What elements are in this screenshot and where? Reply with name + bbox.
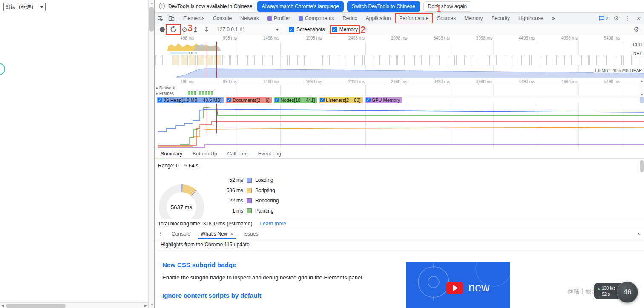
drawer-tab-what-s-new[interactable]: What's New×	[196, 228, 239, 239]
scrollbar-thumb[interactable]	[6, 304, 66, 308]
match-language-button[interactable]: Always match Chrome's language	[257, 1, 344, 12]
tab-lighthouse[interactable]: Lighthouse	[514, 13, 548, 24]
network-activity-segment	[170, 52, 190, 54]
checkbox-checked-icon[interactable]: ✓	[275, 98, 279, 102]
tab-performance[interactable]: Performance	[395, 13, 433, 24]
more-tabs-button[interactable]: »	[548, 13, 559, 24]
timeline-marker-line	[216, 104, 217, 133]
page-mode-select[interactable]: 默认（框选）	[3, 3, 46, 11]
scroll-up-icon[interactable]: ▲	[641, 79, 644, 82]
scroll-left-icon[interactable]: ◀	[1, 303, 4, 308]
screenshot-filmstrip	[155, 55, 644, 66]
drawer-tab-issues[interactable]: Issues	[239, 228, 264, 239]
chevron-down-icon	[276, 29, 279, 31]
capture-settings-gear-icon[interactable]: ⚙	[631, 25, 641, 34]
screenshot-frame	[322, 55, 330, 65]
tab-console[interactable]: Console	[209, 13, 236, 24]
screenshot-frame	[448, 55, 455, 65]
category-swatch	[247, 198, 252, 203]
checkbox-checked-icon[interactable]: ✓	[366, 98, 371, 102]
page-horizontal-scrollbar[interactable]: ◀ ▶	[0, 302, 148, 308]
drawer-tab-console[interactable]: Console	[167, 228, 196, 239]
screenshot-frame	[222, 55, 230, 65]
timeline-ruler-top[interactable]: 498 ms998 ms1498 ms1998 ms2498 ms2998 ms…	[155, 35, 644, 42]
inspect-icon[interactable]	[155, 13, 166, 24]
page-vertical-scrollbar[interactable]: ▲ ▼	[148, 0, 154, 308]
tab-profiler[interactable]: Profiler	[263, 13, 294, 24]
scroll-up-icon[interactable]: ▲	[150, 0, 154, 6]
timeline-ruler-main[interactable]: 498 ms998 ms1498 ms1998 ms2498 ms2998 ms…	[155, 78, 644, 85]
youtube-play-icon[interactable]	[446, 282, 463, 294]
memory-counter-js-heap: ✓JS Heap[1.8 MB – 40.5 MB]	[157, 97, 224, 103]
detail-tab-bottom-up[interactable]: Bottom-Up	[187, 149, 222, 158]
checkbox-checked-icon[interactable]: ✓	[320, 98, 325, 102]
load-profile-button[interactable]: ↥	[190, 25, 201, 34]
tab-network[interactable]: Network	[236, 13, 263, 24]
scroll-down-icon[interactable]: ▼	[641, 93, 644, 96]
summary-time: 1 ms	[218, 208, 243, 214]
tracks-section: ▸ Network ▸ Frames	[155, 85, 644, 96]
memory-series-gpu-memory	[158, 144, 644, 147]
category-swatch	[247, 208, 252, 213]
scroll-down-icon[interactable]: ▼	[150, 302, 154, 308]
drawer-tabbar: ⋮ ConsoleWhat's New×Issues ×	[155, 228, 644, 239]
screenshot-frame	[189, 55, 196, 65]
detail-tab-summary[interactable]: Summary	[155, 149, 187, 158]
detail-tab-event-log[interactable]: Event Log	[253, 149, 286, 158]
article-title-link[interactable]: Ignore content scripts by default	[162, 292, 401, 299]
dont-show-again-button[interactable]: Don't show again	[423, 1, 472, 12]
reload-and-record-button[interactable]	[168, 25, 178, 34]
screenshot-frame	[381, 55, 388, 65]
target-select-value: 127.0.0.1 #1	[217, 26, 276, 32]
checkbox-checked-icon[interactable]: ✓	[227, 98, 231, 102]
tab-application[interactable]: Application	[362, 13, 395, 24]
performance-overview[interactable]: CPU NET 1.8 MB – 40.5 MBHEAP	[155, 42, 644, 78]
settings-gear-icon[interactable]: ⚙	[611, 15, 622, 22]
memory-checkbox[interactable]: ✓	[332, 27, 337, 32]
screenshot-frame	[598, 55, 605, 65]
trash-button[interactable]	[359, 25, 369, 34]
console-messages-button[interactable]: 2	[596, 16, 611, 21]
record-button[interactable]	[157, 25, 167, 34]
scrollbar-thumb[interactable]	[150, 7, 154, 32]
close-devtools-icon[interactable]: ×	[633, 15, 644, 22]
summary-scroll-thumb[interactable]	[640, 160, 644, 172]
screenshot-frame	[523, 55, 530, 65]
tab-redux[interactable]: Redux	[338, 13, 362, 24]
learn-more-link[interactable]: Learn more	[260, 221, 286, 227]
save-profile-button[interactable]: ↧	[201, 25, 212, 34]
screenshot-frame	[348, 55, 355, 65]
switch-devtools-chinese-button[interactable]: Switch DevTools to Chinese	[347, 1, 420, 12]
screenshots-checkbox[interactable]: ✓	[289, 27, 294, 32]
tab-security[interactable]: Security	[487, 13, 514, 24]
screenshot-frame	[489, 55, 497, 65]
tab-elements[interactable]: Elements	[179, 13, 209, 24]
kebab-menu-icon[interactable]: ⋮	[622, 15, 633, 22]
tick-label: 3998 ms	[467, 36, 492, 40]
drawer-menu-icon[interactable]: ⋮	[155, 228, 167, 239]
category-swatch	[247, 178, 252, 183]
network-track[interactable]: ▸ Network	[155, 85, 644, 91]
device-toolbar-icon[interactable]	[166, 13, 177, 24]
tab-sources[interactable]: Sources	[433, 13, 460, 24]
close-tab-icon[interactable]: ×	[230, 231, 233, 237]
scroll-right-icon[interactable]: ▶	[144, 303, 147, 308]
detail-tab-call-tree[interactable]: Call Tree	[222, 149, 253, 158]
frame-bar	[211, 91, 213, 95]
checkbox-checked-icon[interactable]: ✓	[158, 98, 162, 102]
article-title-link[interactable]: New CSS subgrid badge	[162, 261, 401, 268]
target-select[interactable]: 127.0.0.1 #1	[217, 26, 279, 32]
legend-scroll-thumb[interactable]	[640, 97, 644, 103]
frame-bar	[208, 91, 210, 95]
frames-track[interactable]: ▸ Frames	[155, 91, 644, 96]
summary-time: 52 ms	[218, 177, 243, 183]
tracks-scrollbar[interactable]: ▲▼	[639, 79, 644, 96]
clear-button[interactable]: ⊘	[179, 25, 190, 34]
summary-category-label: Painting	[255, 208, 273, 214]
close-drawer-icon[interactable]: ×	[633, 228, 644, 239]
memory-chart[interactable]	[155, 104, 644, 149]
video-thumbnail[interactable]: new	[406, 262, 510, 308]
donut-total-label: 5637 ms	[171, 204, 192, 210]
tab-components[interactable]: Components	[294, 13, 338, 24]
tab-memory[interactable]: Memory	[460, 13, 487, 24]
